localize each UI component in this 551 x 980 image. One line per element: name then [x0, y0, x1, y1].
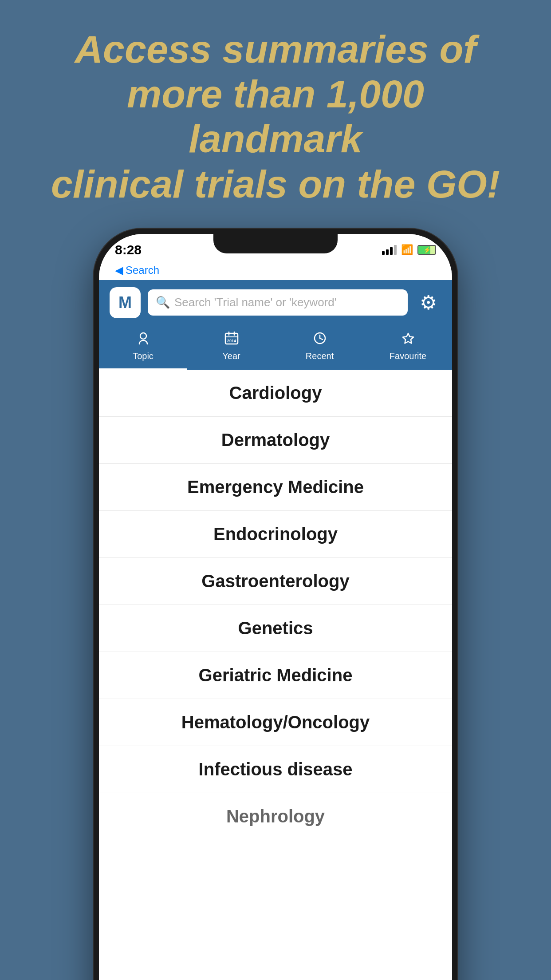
topic-name: Infectious disease [199, 759, 353, 779]
search-icon: 🔍 [156, 296, 170, 309]
list-item[interactable]: Endocrinology [99, 511, 452, 558]
headline-text: Access summaries of more than 1,000 land… [0, 0, 551, 224]
back-arrow-icon: ◀ [115, 264, 123, 277]
phone-screen: 8:28 📶 ⚡ [99, 234, 452, 980]
phone-frame: 8:28 📶 ⚡ [94, 229, 457, 980]
signal-icon [382, 245, 397, 255]
list-item[interactable]: Genetics [99, 605, 452, 652]
list-item[interactable]: Emergency Medicine [99, 464, 452, 511]
app-logo: M [110, 287, 141, 318]
svg-point-0 [140, 333, 146, 339]
topic-name: Nephrology [226, 806, 325, 826]
list-item[interactable]: Geriatric Medicine [99, 652, 452, 699]
tab-year-label: Year [222, 351, 240, 361]
svg-text:2014: 2014 [227, 339, 236, 343]
tab-topic-label: Topic [133, 351, 153, 361]
topic-name: Hematology/Oncology [181, 712, 370, 732]
settings-button[interactable]: ⚙ [415, 289, 441, 316]
tab-favourite-label: Favourite [390, 351, 426, 361]
topic-name: Endocrinology [213, 524, 338, 544]
phone-mockup: 8:28 📶 ⚡ [0, 229, 551, 980]
favourite-icon [401, 331, 416, 349]
app-header: M 🔍 Search 'Trial name' or 'keyword' ⚙ [99, 280, 452, 325]
notch [213, 234, 338, 253]
topic-name: Gastroenterology [201, 571, 349, 591]
list-item[interactable]: Infectious disease [99, 746, 452, 793]
topic-name: Dermatology [221, 430, 330, 450]
search-bar[interactable]: 🔍 Search 'Trial name' or 'keyword' [148, 289, 408, 316]
search-input-placeholder: Search 'Trial name' or 'keyword' [174, 296, 337, 309]
tab-favourite[interactable]: Favourite [364, 325, 452, 370]
topic-icon [136, 331, 151, 349]
battery-icon: ⚡ [417, 245, 436, 255]
back-navigation[interactable]: ◀ Search [99, 262, 452, 280]
list-item[interactable]: Hematology/Oncology [99, 699, 452, 746]
list-item[interactable]: Gastroenterology [99, 558, 452, 605]
list-item[interactable]: Nephrology [99, 793, 452, 840]
list-item[interactable]: Cardiology [99, 370, 452, 417]
tab-recent-label: Recent [306, 351, 334, 361]
back-label: Search [126, 264, 159, 277]
gear-icon: ⚙ [420, 291, 437, 314]
topic-name: Emergency Medicine [187, 477, 364, 497]
svg-line-8 [320, 338, 323, 340]
year-icon: 2014 [224, 331, 239, 349]
tab-year[interactable]: 2014 Year [187, 325, 276, 370]
topic-name: Cardiology [229, 383, 322, 403]
wifi-icon: 📶 [401, 244, 413, 256]
topic-name: Genetics [238, 618, 313, 638]
tab-topic[interactable]: Topic [99, 325, 187, 370]
status-time: 8:28 [115, 242, 142, 257]
list-item[interactable]: Dermatology [99, 417, 452, 464]
topics-list: Cardiology Dermatology Emergency Medicin… [99, 370, 452, 980]
topic-name: Geriatric Medicine [199, 665, 353, 685]
recent-icon [312, 331, 327, 349]
status-icons: 📶 ⚡ [382, 244, 436, 256]
tab-bar: Topic 2014 Year [99, 325, 452, 370]
tab-recent[interactable]: Recent [276, 325, 364, 370]
